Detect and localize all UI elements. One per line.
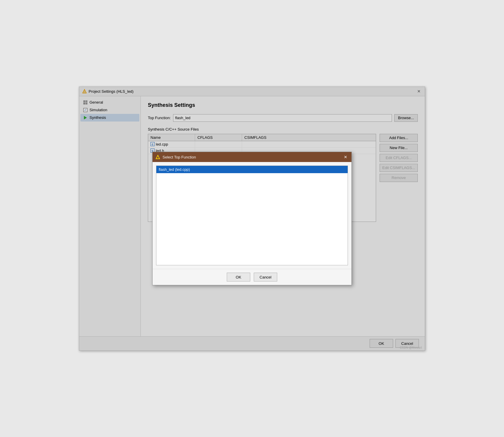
dialog-close-button[interactable]: ✕ (343, 154, 349, 160)
dialog-app-icon (155, 155, 160, 159)
main-window: Project Settings (HLS_led) ✕ General ✓ S… (79, 87, 425, 351)
function-list-item[interactable]: flash_led (led.cpp) (156, 166, 348, 173)
dialog-ok-button[interactable]: OK (227, 273, 250, 281)
function-list[interactable]: flash_led (led.cpp) (156, 166, 348, 265)
dialog-body: flash_led (led.cpp) (153, 162, 351, 269)
select-top-function-dialog: Select Top Function ✕ flash_led (led.cpp… (152, 152, 352, 285)
dialog-cancel-button[interactable]: Cancel (254, 273, 277, 281)
modal-overlay: Select Top Function ✕ flash_led (led.cpp… (79, 87, 425, 350)
dialog-titlebar: Select Top Function ✕ (153, 152, 351, 162)
dialog-title: Select Top Function (163, 155, 343, 159)
dialog-buttons: OK Cancel (153, 269, 351, 285)
svg-marker-3 (156, 155, 160, 159)
